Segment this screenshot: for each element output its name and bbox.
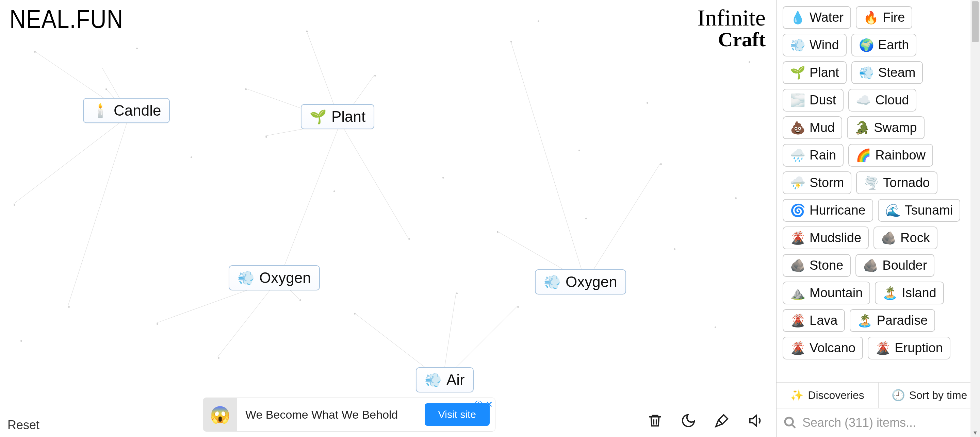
inventory-item-swamp[interactable]: 🐊Swamp [847, 116, 924, 139]
game-logo-line2: Craft [698, 29, 765, 50]
particle-dot [585, 218, 587, 219]
dust-icon: 🌫️ [790, 93, 805, 108]
ad-card[interactable]: 😱 We Become What We Behold Visit site ⓘ … [203, 397, 495, 432]
inventory-item-wind[interactable]: 💨Wind [783, 34, 846, 56]
inventory-item-cloud[interactable]: ☁️Cloud [848, 89, 916, 111]
ad-title: We Become What We Behold [237, 408, 425, 421]
particle-line [511, 41, 585, 282]
inventory-item-volcano[interactable]: 🌋Volcano [783, 337, 863, 359]
inventory-item-lava[interactable]: 🌋Lava [783, 309, 845, 332]
particle-dot [354, 313, 356, 315]
inventory-list[interactable]: 💧Water🔥Fire💨Wind🌍Earth🌱Plant💨Steam🌫️Dust… [776, 0, 980, 382]
particle-dot [511, 41, 512, 43]
particle-dot [191, 156, 192, 158]
inventory-item-rain[interactable]: 🌧️Rain [783, 144, 843, 167]
sidebar-search [776, 408, 980, 437]
inventory-item-label: Steam [878, 65, 916, 80]
inventory-item-storm[interactable]: ⛈️Storm [783, 172, 851, 194]
canvas-item-candle[interactable]: 🕯️Candle [83, 98, 170, 123]
inventory-item-fire[interactable]: 🔥Fire [856, 6, 912, 29]
canvas-item-plant[interactable]: 🌱Plant [301, 104, 374, 129]
ad-info-icon[interactable]: ⓘ [474, 399, 483, 411]
water-icon: 💧 [790, 11, 805, 25]
particle-dot [674, 248, 675, 250]
inventory-item-tsunami[interactable]: 🌊Tsunami [878, 199, 961, 222]
inventory-item-mudslide[interactable]: 🌋Mudslide [783, 227, 869, 249]
ad-thumbnail: 😱 [203, 397, 237, 432]
discoveries-button[interactable]: ✨ Discoveries [776, 383, 878, 408]
canvas-item-oxygen1[interactable]: 💨Oxygen [229, 265, 320, 291]
canvas-item-oxygen2[interactable]: 💨Oxygen [535, 269, 626, 294]
inventory-item-earth[interactable]: 🌍Earth [851, 34, 917, 56]
stone-icon: 🪨 [790, 259, 805, 273]
swamp-icon: 🐊 [854, 121, 870, 135]
inventory-item-label: Rock [900, 230, 930, 245]
inventory-item-label: Boulder [882, 258, 927, 273]
inventory-item-mud[interactable]: 💩Mud [783, 116, 842, 139]
inventory-item-tornado[interactable]: 🌪️Tornado [856, 172, 937, 194]
particle-dot [456, 292, 458, 294]
ad-close-icon[interactable]: ✕ [485, 399, 493, 411]
particle-dot [749, 61, 750, 63]
inventory-item-water[interactable]: 💧Water [783, 6, 851, 29]
particle-dot [579, 149, 580, 151]
oxygen-icon: 💨 [544, 275, 561, 289]
canvas[interactable]: NEAL.FUN Infinite Craft Reset 😱 We Becom… [0, 0, 776, 437]
wind-icon: 💨 [790, 38, 805, 52]
particle-dot [408, 238, 410, 240]
inventory-item-island[interactable]: 🏝️Island [875, 281, 943, 304]
oxygen-icon: 💨 [237, 271, 255, 284]
inventory-item-label: Mudslide [810, 230, 861, 245]
particle-dot [136, 48, 138, 49]
inventory-item-plant[interactable]: 🌱Plant [783, 61, 846, 84]
moon-icon [681, 413, 696, 429]
inventory-item-steam[interactable]: 💨Steam [851, 61, 923, 84]
particle-line [13, 115, 129, 204]
inventory-item-label: Rainbow [875, 148, 926, 162]
inventory-item-stone[interactable]: 🪨Stone [783, 254, 851, 277]
rain-icon: 🌧️ [790, 148, 805, 162]
inventory-item-rock[interactable]: 🪨Rock [873, 227, 937, 249]
sound-button[interactable] [746, 412, 764, 431]
inventory-item-label: Lava [810, 313, 837, 328]
clock-icon: 🕘 [891, 389, 905, 402]
canvas-item-label: Oxygen [259, 269, 311, 286]
inventory-item-mountain[interactable]: ⛰️Mountain [783, 281, 870, 304]
reset-button[interactable]: Reset [8, 418, 40, 432]
particle-dot [714, 326, 716, 328]
page-scrollbar[interactable]: ▲ ▼ [970, 0, 980, 437]
particle-dot [517, 306, 519, 308]
mud-icon: 💩 [790, 121, 805, 135]
particle-dot [34, 51, 36, 53]
sort-button[interactable]: 🕘 Sort by time [878, 383, 980, 408]
dark-mode-button[interactable] [679, 412, 698, 431]
mountain-icon: ⛰️ [790, 286, 805, 300]
inventory-item-paradise[interactable]: 🏝️Paradise [850, 309, 935, 332]
site-logo[interactable]: NEAL.FUN [10, 4, 123, 34]
scroll-thumb[interactable] [972, 2, 978, 42]
inventory-item-label: Volcano [810, 341, 856, 355]
canvas-tools [646, 412, 764, 431]
inventory-item-label: Tornado [883, 175, 930, 190]
canvas-item-air[interactable]: 💨Air [416, 367, 474, 393]
sidebar: 💧Water🔥Fire💨Wind🌍Earth🌱Plant💨Steam🌫️Dust… [776, 0, 980, 437]
inventory-item-hurricane[interactable]: 🌀Hurricane [783, 199, 873, 222]
fire-icon: 🔥 [863, 11, 878, 25]
particle-dot [14, 204, 15, 206]
inventory-item-boulder[interactable]: 🪨Boulder [856, 254, 934, 277]
trash-button[interactable] [646, 412, 664, 431]
inventory-item-label: Water [810, 10, 843, 25]
inventory-item-dust[interactable]: 🌫️Dust [783, 89, 843, 111]
scroll-down-arrow[interactable]: ▼ [970, 429, 980, 437]
inventory-item-label: Swamp [874, 121, 917, 135]
particle-dot [21, 340, 22, 342]
clean-button[interactable] [713, 412, 731, 431]
particle-line [68, 116, 129, 306]
inventory-item-eruption[interactable]: 🌋Eruption [868, 337, 950, 359]
inventory-item-rainbow[interactable]: 🌈Rainbow [848, 144, 933, 167]
particle-dot [442, 177, 444, 178]
paradise-icon: 🏝️ [857, 313, 872, 328]
particle-dot [218, 357, 220, 359]
search-input[interactable] [802, 416, 973, 430]
inventory-item-label: Storm [810, 175, 844, 190]
